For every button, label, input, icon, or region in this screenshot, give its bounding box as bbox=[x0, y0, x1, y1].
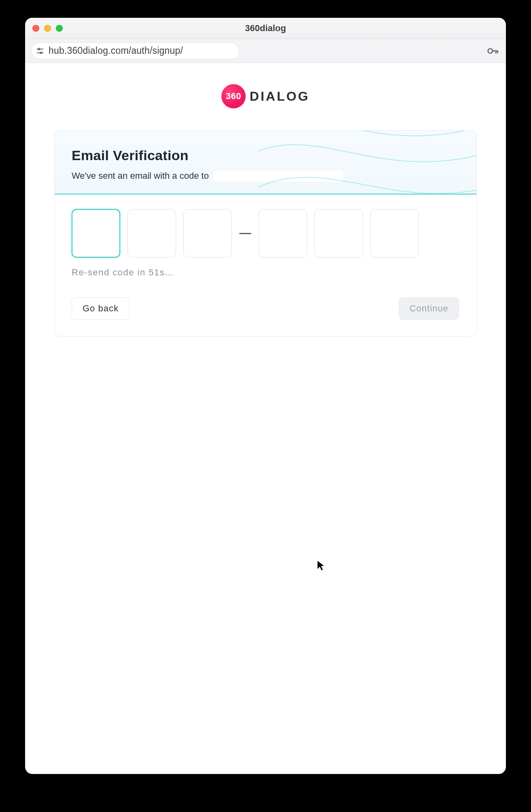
otp-digit-5[interactable] bbox=[314, 209, 363, 258]
close-window-button[interactable] bbox=[32, 25, 39, 32]
site-settings-icon[interactable] bbox=[36, 47, 45, 55]
page-content: 360 DIALOG Email Verification bbox=[25, 63, 506, 336]
otp-digit-3[interactable] bbox=[183, 209, 232, 258]
resend-countdown: Re-send code in 51s... bbox=[72, 267, 459, 278]
otp-row bbox=[72, 209, 459, 258]
window-controls bbox=[32, 25, 63, 32]
brand-logo: 360 DIALOG bbox=[54, 84, 477, 108]
brand-badge-text: 360 bbox=[221, 84, 246, 108]
otp-digit-6[interactable] bbox=[370, 209, 419, 258]
card-header: Email Verification We've sent an email w… bbox=[55, 131, 476, 195]
decorative-waves-icon bbox=[258, 131, 476, 195]
verification-card: Email Verification We've sent an email w… bbox=[54, 130, 477, 336]
otp-digit-2[interactable] bbox=[127, 209, 176, 258]
url-chip[interactable]: hub.360dialog.com/auth/signup/ bbox=[32, 43, 239, 59]
browser-window: 360dialog hub.360dialog.com/auth/signup/ bbox=[25, 18, 506, 774]
titlebar: 360dialog bbox=[25, 18, 506, 39]
otp-digit-1[interactable] bbox=[72, 209, 120, 258]
window-title: 360dialog bbox=[245, 23, 286, 34]
actions-row: Go back Continue bbox=[72, 297, 459, 320]
otp-digit-4[interactable] bbox=[259, 209, 307, 258]
svg-point-3 bbox=[40, 52, 42, 53]
brand-wordmark: DIALOG bbox=[250, 89, 310, 104]
url-redacted bbox=[185, 46, 233, 56]
brand-badge-icon: 360 bbox=[221, 84, 246, 108]
password-key-icon[interactable] bbox=[486, 44, 499, 58]
subtitle-prefix: We've sent an email with a code to bbox=[72, 171, 209, 181]
fullscreen-window-button[interactable] bbox=[56, 25, 63, 32]
otp-dash-icon bbox=[239, 233, 251, 234]
mouse-cursor-icon bbox=[316, 560, 325, 571]
url-bar: hub.360dialog.com/auth/signup/ bbox=[25, 39, 506, 63]
url-text[interactable]: hub.360dialog.com/auth/signup/ bbox=[49, 45, 183, 56]
go-back-button[interactable]: Go back bbox=[72, 297, 130, 320]
card-body: Re-send code in 51s... Go back Continue bbox=[55, 195, 476, 336]
minimize-window-button[interactable] bbox=[44, 25, 51, 32]
svg-point-4 bbox=[488, 49, 493, 53]
svg-point-1 bbox=[38, 48, 40, 50]
continue-button[interactable]: Continue bbox=[399, 297, 459, 320]
stage: 360dialog hub.360dialog.com/auth/signup/ bbox=[0, 0, 531, 812]
